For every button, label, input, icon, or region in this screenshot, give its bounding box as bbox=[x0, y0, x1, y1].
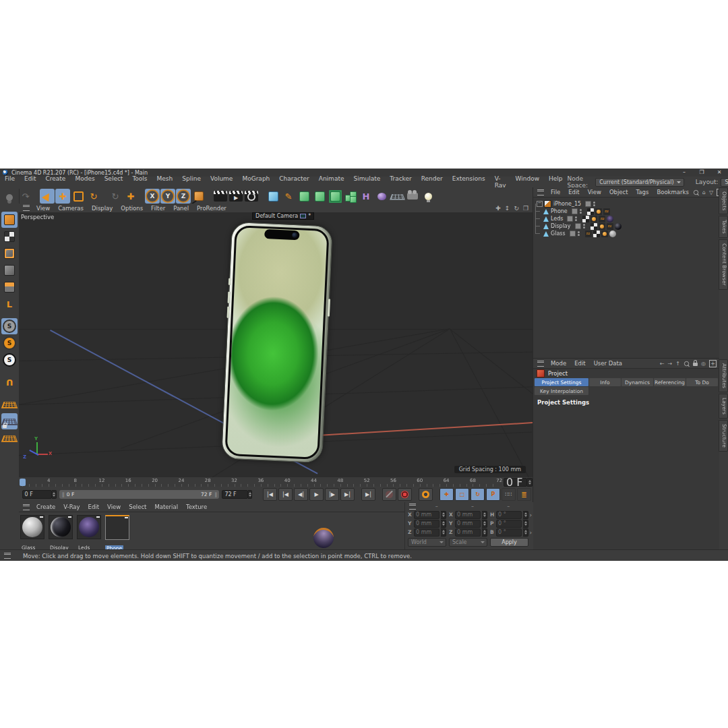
deformer-button[interactable] bbox=[328, 189, 342, 204]
attributes-menu-mode[interactable]: Mode bbox=[547, 360, 570, 367]
subdivision-surface-button[interactable] bbox=[297, 189, 311, 204]
key-position-button[interactable]: ✚ bbox=[439, 488, 454, 501]
object-name[interactable]: Leds bbox=[551, 216, 563, 222]
goto-end-button[interactable]: ▶| bbox=[361, 488, 375, 501]
toggle-view-icon[interactable]: ❐ bbox=[523, 205, 528, 212]
objects-menu-edit[interactable]: Edit bbox=[564, 189, 583, 195]
range-start-field[interactable]: 0 F bbox=[22, 490, 53, 499]
attributes-add-panel-icon[interactable]: + bbox=[709, 360, 717, 367]
wave-tag-icon[interactable]: ≈ bbox=[603, 208, 610, 215]
uvw-tag-icon[interactable] bbox=[582, 216, 589, 222]
visibility-dots-icon[interactable] bbox=[578, 231, 580, 236]
floor-button[interactable] bbox=[390, 189, 404, 204]
keyframe-selection-button[interactable]: ≣ bbox=[517, 488, 531, 501]
viewport-menu-panel[interactable]: Panel bbox=[169, 205, 193, 212]
render-settings-button[interactable] bbox=[244, 189, 259, 204]
edge-mode-button[interactable] bbox=[1, 262, 18, 278]
primitive-cube-button[interactable] bbox=[266, 189, 280, 204]
texture-mode-button[interactable] bbox=[1, 229, 18, 245]
range-start-spinner[interactable] bbox=[52, 490, 56, 499]
object-row-display[interactable]: Display≈ bbox=[533, 222, 719, 230]
uvw-tag-icon[interactable] bbox=[593, 231, 600, 237]
menu-extensions[interactable]: Extensions bbox=[448, 175, 490, 189]
timeline-playhead[interactable] bbox=[20, 479, 26, 486]
status-menu-icon[interactable] bbox=[4, 553, 11, 559]
workplane-mode-button[interactable] bbox=[1, 430, 18, 446]
layer-chip-icon[interactable] bbox=[585, 201, 591, 207]
spinner[interactable] bbox=[441, 511, 446, 519]
material-menu-texture[interactable]: Texture bbox=[182, 504, 211, 510]
layer-chip-icon[interactable] bbox=[572, 208, 578, 214]
timeline-ruler[interactable]: 04812162024283236404448525660646872 bbox=[19, 477, 502, 487]
play-button[interactable]: ▶ bbox=[309, 488, 324, 501]
tab-dynamics[interactable]: Dynamics bbox=[621, 378, 653, 386]
render-picture-viewer-button[interactable]: ▶ bbox=[229, 189, 243, 204]
range-end-field[interactable]: 72 F bbox=[222, 490, 248, 499]
goto-start-button[interactable]: |◀ bbox=[263, 488, 277, 501]
visibility-dots-icon[interactable] bbox=[580, 209, 582, 214]
generator-button[interactable] bbox=[312, 189, 327, 204]
coord-dropdown[interactable]: World bbox=[408, 538, 446, 547]
apply-button[interactable]: Apply bbox=[490, 538, 528, 547]
visibility-dots-icon[interactable] bbox=[575, 216, 577, 221]
tab-project-settings[interactable]: Project Settings bbox=[535, 378, 588, 386]
light-button[interactable] bbox=[421, 189, 435, 204]
viewport-menu-filter[interactable]: Filter bbox=[147, 205, 169, 212]
menu-mesh[interactable]: Mesh bbox=[152, 175, 178, 189]
lock-icon[interactable] bbox=[693, 363, 698, 366]
menu-v-ray[interactable]: V-Ray bbox=[490, 175, 511, 189]
rotate-tool-button[interactable]: ↻ bbox=[86, 189, 101, 204]
range-grip-left[interactable]: || bbox=[62, 491, 64, 497]
object-row-iphone_15[interactable]: −iPhone_15 bbox=[533, 200, 719, 208]
material-menu-create[interactable]: Create bbox=[32, 504, 59, 510]
expander-icon[interactable]: − bbox=[537, 201, 543, 207]
viewport-menu-cameras[interactable]: Cameras bbox=[54, 205, 88, 212]
spinner[interactable] bbox=[441, 520, 446, 528]
coordinates-menu-icon[interactable] bbox=[409, 504, 416, 510]
ball-tag-icon[interactable] bbox=[609, 231, 616, 237]
move-tool-button[interactable]: ✚ bbox=[55, 189, 70, 204]
spinner[interactable] bbox=[482, 511, 487, 519]
menu-tools[interactable]: Tools bbox=[127, 175, 152, 189]
tab-key-interpolation[interactable]: Key Interpolation bbox=[535, 387, 588, 395]
snap-3d-button[interactable]: S bbox=[1, 335, 18, 351]
visibility-dots-icon[interactable] bbox=[593, 202, 595, 206]
dock-tab-takes[interactable]: Takes bbox=[719, 216, 728, 238]
menu-help[interactable]: Help bbox=[544, 175, 568, 189]
viewport-menu-icon[interactable] bbox=[23, 205, 30, 211]
coord-field[interactable]: 0 mm bbox=[455, 520, 481, 528]
viewport-menu-display[interactable]: Display bbox=[88, 205, 117, 212]
coord-field[interactable]: 0 mm bbox=[414, 511, 439, 519]
dock-tab-objects[interactable]: Objects bbox=[719, 187, 728, 214]
home-icon[interactable]: ⌂ bbox=[702, 189, 706, 195]
timeline-range-slider[interactable]: || 0 F 72 F || bbox=[59, 490, 220, 499]
coord-dropdown[interactable]: Scale bbox=[449, 538, 487, 547]
next-frame-button[interactable]: |▶ bbox=[325, 488, 339, 501]
attributes-menu-user-data[interactable]: User Data bbox=[590, 360, 626, 367]
cloner-button[interactable] bbox=[343, 189, 358, 204]
object-name[interactable]: Display bbox=[551, 223, 571, 229]
next-key-button[interactable]: ▶| bbox=[340, 488, 355, 501]
menu-simulate[interactable]: Simulate bbox=[348, 175, 385, 189]
dock-tab-attributes[interactable]: Attributes bbox=[719, 359, 728, 392]
objects-search-icon[interactable] bbox=[694, 189, 698, 194]
parent-icon[interactable]: ↑ bbox=[675, 361, 680, 367]
record-keyframe-button[interactable] bbox=[398, 488, 412, 501]
objects-menu-object[interactable]: Object bbox=[605, 189, 632, 195]
key-rotation-button[interactable]: ↻ bbox=[471, 488, 485, 501]
dock-tab-structure[interactable]: Structure bbox=[719, 420, 728, 452]
menu-tracker[interactable]: Tracker bbox=[385, 175, 416, 189]
filter-icon[interactable]: ▽ bbox=[709, 189, 713, 195]
node-space-dropdown[interactable]: Current (Standard/Physical) bbox=[595, 178, 684, 187]
axis-tool-button[interactable]: ✚ bbox=[123, 189, 138, 204]
scale-tool-button[interactable] bbox=[71, 189, 86, 204]
prev-frame-button[interactable]: ◀| bbox=[294, 488, 308, 501]
material-menu-material[interactable]: Material bbox=[150, 504, 182, 510]
key-parameter-button[interactable]: P bbox=[486, 488, 500, 501]
coord-field[interactable]: 0 mm bbox=[414, 528, 439, 537]
coord-field[interactable]: 0 mm bbox=[414, 520, 439, 528]
coord-field[interactable]: 0 ° bbox=[496, 520, 522, 528]
perspective-viewport[interactable]: Perspective bbox=[19, 212, 533, 477]
layer-chip-icon[interactable] bbox=[575, 223, 581, 229]
coord-field[interactable]: 0 mm bbox=[455, 511, 481, 519]
